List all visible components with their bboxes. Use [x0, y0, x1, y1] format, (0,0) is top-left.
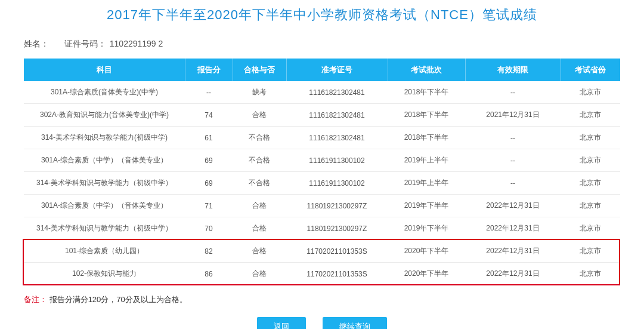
cell-batch: 2019年上半年 [388, 149, 465, 172]
cell-score: -- [185, 81, 233, 104]
table-wrap: 科目 报告分 合格与否 准考证号 考试批次 有效期限 考试省份 301A-综合素… [24, 59, 620, 285]
cell-ticket: 11801921300297Z [286, 217, 388, 240]
cell-batch: 2019年下半年 [388, 217, 465, 240]
th-province: 考试省份 [561, 59, 620, 81]
cell-expire: 2022年12月31日 [465, 240, 561, 263]
table-row: 102-保教知识与能力86合格11702021101353S2020年下半年20… [24, 263, 620, 285]
cell-ticket: 11161821302481 [286, 104, 388, 127]
cell-ticket: 11161821302481 [286, 127, 388, 149]
cell-subject: 301A-综合素质（中学）（音体美专业） [24, 195, 185, 217]
cell-expire: 2022年12月31日 [465, 217, 561, 240]
cell-province: 北京市 [561, 127, 620, 149]
name-label: 姓名： [24, 39, 49, 48]
cell-score: 86 [185, 263, 233, 285]
cell-batch: 2020年下半年 [388, 240, 465, 263]
cell-score: 82 [185, 240, 233, 263]
table-row: 314-美术学科知识与教学能力(初级中学)61不合格11161821302481… [24, 127, 620, 149]
cell-pass: 不合格 [233, 149, 286, 172]
table-header: 科目 报告分 合格与否 准考证号 考试批次 有效期限 考试省份 [24, 59, 620, 81]
cell-pass: 不合格 [233, 172, 286, 195]
cell-score: 61 [185, 127, 233, 149]
cell-subject: 314-美术学科知识与教学能力（初级中学） [24, 217, 185, 240]
cell-batch: 2018年下半年 [388, 104, 465, 127]
cell-province: 北京市 [561, 104, 620, 127]
cell-expire: -- [465, 149, 561, 172]
cell-subject: 314-美术学科知识与教学能力(初级中学) [24, 127, 185, 149]
cell-score: 70 [185, 217, 233, 240]
cell-subject: 301A-综合素质(音体美专业)(中学) [24, 81, 185, 104]
cell-pass: 合格 [233, 195, 286, 217]
continue-button[interactable]: 继续查询 [323, 317, 387, 329]
cell-province: 北京市 [561, 217, 620, 240]
page-container: 2017年下半年至2020年下半年中小学教师资格考试（NTCE）笔试成绩 姓名：… [12, 0, 632, 329]
th-batch: 考试批次 [388, 59, 465, 81]
cell-province: 北京市 [561, 81, 620, 104]
cell-batch: 2018年下半年 [388, 127, 465, 149]
cell-subject: 302A-教育知识与能力(音体美专业)(中学) [24, 104, 185, 127]
cell-batch: 2019年上半年 [388, 172, 465, 195]
note-text: 报告分满分120分，70分及以上为合格。 [49, 295, 187, 304]
cell-expire: 2021年12月31日 [465, 104, 561, 127]
cell-pass: 合格 [233, 263, 286, 285]
cell-pass: 合格 [233, 240, 286, 263]
cell-score: 69 [185, 149, 233, 172]
th-ticket: 准考证号 [286, 59, 388, 81]
table-row: 301A-综合素质（中学）（音体美专业）69不合格111619113001022… [24, 149, 620, 172]
th-subject: 科目 [24, 59, 185, 81]
cell-province: 北京市 [561, 263, 620, 285]
cell-ticket: 11801921300297Z [286, 195, 388, 217]
id-value: 1102291199 2 [110, 39, 163, 48]
cell-expire: 2022年12月31日 [465, 263, 561, 285]
cell-province: 北京市 [561, 149, 620, 172]
button-row: 返回 继续查询 [24, 317, 620, 329]
cell-batch: 2020年下半年 [388, 263, 465, 285]
table-row: 301A-综合素质（中学）（音体美专业）71合格11801921300297Z2… [24, 195, 620, 217]
table-row: 302A-教育知识与能力(音体美专业)(中学)74合格1116182130248… [24, 104, 620, 127]
cell-expire: 2022年12月31日 [465, 195, 561, 217]
th-expire: 有效期限 [465, 59, 561, 81]
id-label: 证件号码： [64, 39, 106, 48]
cell-ticket: 11702021101353S [286, 240, 388, 263]
cell-score: 71 [185, 195, 233, 217]
cell-pass: 不合格 [233, 127, 286, 149]
cell-subject: 102-保教知识与能力 [24, 263, 185, 285]
cell-province: 北京市 [561, 240, 620, 263]
cell-pass: 缺考 [233, 81, 286, 104]
cell-expire: -- [465, 127, 561, 149]
th-score: 报告分 [185, 59, 233, 81]
cell-batch: 2019年下半年 [388, 195, 465, 217]
cell-batch: 2018年下半年 [388, 81, 465, 104]
cell-subject: 301A-综合素质（中学）（音体美专业） [24, 149, 185, 172]
cell-expire: -- [465, 81, 561, 104]
table-row: 301A-综合素质(音体美专业)(中学)--缺考1116182130248120… [24, 81, 620, 104]
cell-province: 北京市 [561, 195, 620, 217]
th-pass: 合格与否 [233, 59, 286, 81]
cell-ticket: 11161911300102 [286, 172, 388, 195]
candidate-info: 姓名： 证件号码： 1102291199 2 [24, 39, 620, 50]
cell-subject: 314-美术学科知识与教学能力（初级中学） [24, 172, 185, 195]
note-prefix: 备注： [24, 295, 47, 304]
cell-ticket: 11161911300102 [286, 149, 388, 172]
cell-subject: 101-综合素质（幼儿园） [24, 240, 185, 263]
scores-table: 科目 报告分 合格与否 准考证号 考试批次 有效期限 考试省份 301A-综合素… [24, 59, 620, 285]
cell-score: 69 [185, 172, 233, 195]
back-button[interactable]: 返回 [257, 317, 306, 329]
cell-score: 74 [185, 104, 233, 127]
cell-pass: 合格 [233, 104, 286, 127]
table-row: 101-综合素质（幼儿园）82合格11702021101353S2020年下半年… [24, 240, 620, 263]
page-title: 2017年下半年至2020年下半年中小学教师资格考试（NTCE）笔试成绩 [24, 6, 620, 24]
cell-ticket: 11161821302481 [286, 81, 388, 104]
cell-ticket: 11702021101353S [286, 263, 388, 285]
table-row: 314-美术学科知识与教学能力（初级中学）69不合格11161911300102… [24, 172, 620, 195]
table-row: 314-美术学科知识与教学能力（初级中学）70合格11801921300297Z… [24, 217, 620, 240]
cell-province: 北京市 [561, 172, 620, 195]
footnote: 备注： 报告分满分120分，70分及以上为合格。 [24, 294, 620, 305]
cell-pass: 合格 [233, 217, 286, 240]
cell-expire: -- [465, 172, 561, 195]
